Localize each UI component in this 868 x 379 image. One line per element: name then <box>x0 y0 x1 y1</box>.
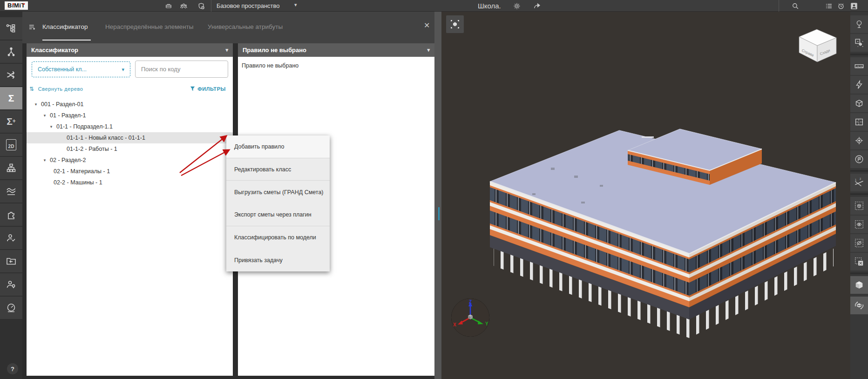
user-icon[interactable] <box>849 1 859 11</box>
close-icon[interactable]: ✕ <box>424 21 430 30</box>
clear-box-icon[interactable] <box>850 253 868 271</box>
search-icon[interactable] <box>791 1 800 11</box>
tree-row-label: 02-1 - Материалы - 1 <box>54 168 110 175</box>
left-toolbar: Σ Σ+ 2D <box>0 12 22 379</box>
section-box-icon[interactable] <box>850 95 868 112</box>
settings-gear-icon[interactable] <box>512 1 522 11</box>
tree-expand-caret-icon[interactable]: ▾ <box>42 158 47 162</box>
tab-undistributed-elements[interactable]: Нераспределённые элементы <box>105 23 193 30</box>
menu-item-bind-task[interactable]: Привязать задачу <box>226 249 330 271</box>
collapse-tree-button[interactable]: ⇅Свернуть дерево <box>29 86 83 92</box>
gauge-icon[interactable] <box>0 297 22 319</box>
person-check-icon[interactable] <box>0 227 22 249</box>
code-search-input[interactable] <box>135 61 228 78</box>
panel-tab-bar: Классификатор Нераспределённые элементы … <box>22 12 434 43</box>
help-button[interactable]: ? <box>7 363 18 374</box>
share-icon[interactable] <box>532 1 542 11</box>
chevron-down-icon[interactable]: ▾ <box>427 47 430 53</box>
show-box-icon[interactable] <box>850 216 868 233</box>
own-classifier-dropdown[interactable]: Собственный кл... ▾ <box>32 61 130 77</box>
person-pin-icon[interactable] <box>0 273 22 296</box>
bimit-logo[interactable]: BiMiT <box>5 1 28 10</box>
chevron-down-icon[interactable]: ▾ <box>225 47 228 53</box>
orbit-icon[interactable] <box>850 297 868 314</box>
toolbar-separator <box>850 170 868 172</box>
toolbar-separator <box>850 193 868 195</box>
solid-cube-icon[interactable] <box>850 276 868 294</box>
trend-chart-icon[interactable] <box>0 180 22 203</box>
tree-expand-caret-icon[interactable]: ▾ <box>33 102 39 107</box>
rule-header-label: Правило не выбрано <box>243 47 306 54</box>
tree-row-label: 001 - Раздел-01 <box>41 101 83 108</box>
org-chart-icon[interactable] <box>0 157 22 179</box>
filters-label: ФИЛЬТРЫ <box>197 86 226 92</box>
sigma-plus-icon[interactable]: Σ+ <box>0 110 22 133</box>
menu-item-edit-class[interactable]: Редактировать класс <box>226 158 330 181</box>
logo-dot <box>23 3 25 5</box>
tree-row[interactable]: ▾01-1 - Подраздел-1.1 <box>27 121 233 132</box>
rule-dropdown-header[interactable]: Правило не выбрано ▾ <box>238 43 434 57</box>
tree-row[interactable]: 02-2 - Машины - 1 <box>27 177 233 188</box>
workspace-selector[interactable]: Базовое пространство <box>217 2 280 9</box>
ruler-icon[interactable] <box>850 57 868 75</box>
floorplan-icon[interactable] <box>850 113 868 131</box>
menu-list-icon[interactable] <box>824 1 834 11</box>
tree-icon[interactable] <box>850 15 868 33</box>
classifier-body: Собственный кл... ▾ ⇅Свернуть дерево ФИЛ… <box>27 57 233 376</box>
team-icon[interactable] <box>179 1 188 11</box>
clash-icon[interactable]: 1 2 <box>850 174 868 191</box>
shield-status-icon[interactable] <box>197 1 206 11</box>
resize-handle[interactable] <box>438 207 440 220</box>
focus-selection-button[interactable] <box>446 15 464 33</box>
gizmo-z-label: Z <box>469 299 472 305</box>
tree-row-selected[interactable]: 01-1-1 - Новый класс - 01-1-1 <box>27 132 233 143</box>
tree-row-label: 01-1 - Подраздел-1.1 <box>56 123 113 130</box>
active-tab-underline <box>42 40 91 41</box>
tree-expand-caret-icon[interactable]: ▾ <box>42 113 47 118</box>
building-model <box>441 12 850 379</box>
menu-item-classify-by-model[interactable]: Классифицировать по модели <box>226 226 330 249</box>
isolate-box-icon[interactable] <box>850 197 868 215</box>
sheet-2d-icon[interactable]: 2D <box>0 134 22 156</box>
navigation-cube[interactable]: Справа Сзади <box>795 25 840 65</box>
collapse-tree-label: Свернуть дерево <box>38 86 83 92</box>
tree-expand-caret-icon[interactable]: ▾ <box>48 124 54 129</box>
tree-row[interactable]: ▾02 - Раздел-2 <box>27 155 233 166</box>
twod-glyph: 2D <box>6 139 16 150</box>
flash-icon[interactable] <box>850 76 868 94</box>
sigma-glyph: Σ <box>8 93 14 104</box>
plugins-puzzle-icon[interactable] <box>0 203 22 226</box>
right-toolbar: 1 2 <box>850 12 868 379</box>
model-tree-icon[interactable] <box>0 17 22 40</box>
clash-number-one: 1 <box>855 178 856 181</box>
tree-row[interactable]: ▾01 - Раздел-1 <box>27 110 233 121</box>
briefcase-icon[interactable] <box>164 1 173 11</box>
classifier-sigma-icon[interactable]: Σ <box>0 87 22 109</box>
tree-row-label: 01-1-2 - Работы - 1 <box>67 146 117 152</box>
folder-export-icon[interactable] <box>0 250 22 272</box>
tab-classifier[interactable]: Классификатор <box>42 23 88 30</box>
select-elements-icon[interactable] <box>850 34 868 52</box>
notifications-icon[interactable] <box>836 1 846 11</box>
shuffle-icon[interactable] <box>0 64 22 86</box>
own-classifier-label: Собственный кл... <box>38 66 87 73</box>
menu-item-export-plugin[interactable]: Экспорт сметы через плагин <box>226 203 330 226</box>
menu-item-add-rule[interactable]: Добавить правило <box>226 135 330 158</box>
viewport-3d[interactable]: Справа Сзади Z X Y <box>441 12 850 379</box>
nodes-icon[interactable] <box>0 41 22 63</box>
panel-menu-icon[interactable] <box>28 23 36 33</box>
axis-gizmo[interactable]: Z X Y <box>449 297 491 339</box>
filters-button[interactable]: ФИЛЬТРЫ <box>190 86 226 92</box>
menu-item-export-grand-smeta[interactable]: Выгрузить сметы (ГРАНД Смета) <box>226 181 330 203</box>
toolbar-separator <box>850 272 868 274</box>
tree-row[interactable]: ▾001 - Раздел-01 <box>27 99 233 110</box>
tab-universal-attributes[interactable]: Универсальные атрибуты <box>208 23 283 30</box>
hide-box-icon[interactable] <box>850 234 868 252</box>
classifier-dropdown-header[interactable]: Классификатор ▾ <box>27 43 233 57</box>
clash-number-two: 2 <box>860 177 861 180</box>
locate-icon[interactable] <box>850 132 868 149</box>
tree-row[interactable]: 02-1 - Материалы - 1 <box>27 166 233 177</box>
workspace-caret-icon[interactable]: ▾ <box>294 2 297 8</box>
flag-circle-icon[interactable] <box>850 150 868 168</box>
tree-row[interactable]: 01-1-2 - Работы - 1 <box>27 143 233 155</box>
